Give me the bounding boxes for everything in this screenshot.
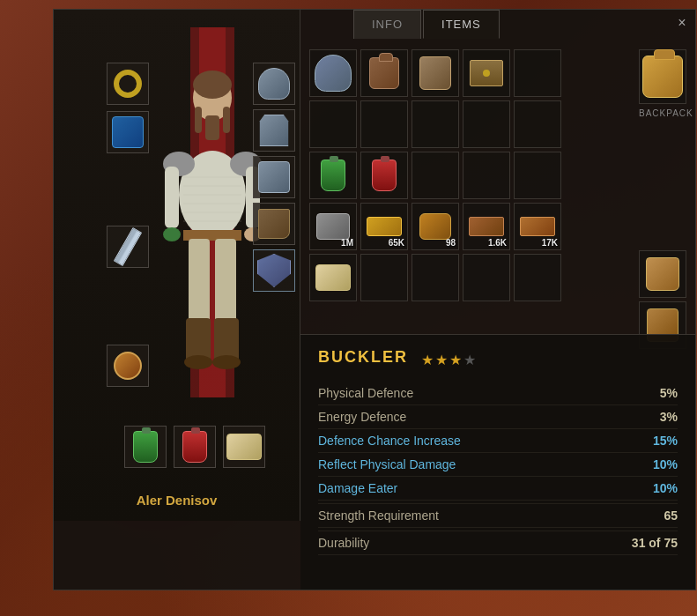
stat-physical-defence: Physical Defence 5% (318, 382, 678, 405)
slot-helmet[interactable] (253, 63, 295, 105)
char-right-equipment (253, 63, 295, 296)
boots-icon (258, 209, 290, 239)
inv-cell-2-2[interactable] (412, 152, 459, 199)
inv-cell-1-3[interactable] (463, 100, 510, 148)
inventory-grid: 1M 65K 98 1.6K 17K (309, 49, 561, 301)
svg-rect-10 (165, 167, 179, 228)
planks2-count: 17K (542, 238, 558, 248)
stat-defence-chance-value: 15% (653, 434, 678, 448)
sword-icon (114, 227, 142, 266)
svg-rect-6 (205, 115, 219, 140)
inv-cell-4-2[interactable] (412, 254, 459, 301)
ore-inv-icon (419, 213, 451, 240)
stat-energy-defence-label: Energy Defence (318, 410, 406, 424)
inv-cell-0-2[interactable] (412, 49, 459, 97)
amulet-icon (114, 352, 142, 380)
slot-consumable-2[interactable] (174, 426, 216, 468)
inv-cell-1-1[interactable] (360, 100, 408, 148)
tab-info[interactable]: INFO (353, 10, 421, 39)
planks2-inv-icon (520, 217, 555, 236)
slot-chest[interactable] (253, 109, 295, 152)
planks-count: 1.6K (488, 238, 507, 248)
inv-cell-2-1[interactable] (360, 152, 408, 199)
inv-cell-3-4[interactable]: 17K (514, 203, 561, 250)
bottom-slots (124, 426, 265, 468)
inv-cell-4-0[interactable] (309, 254, 357, 301)
inv-cell-0-3[interactable] (463, 49, 510, 97)
stat-durability-label: Durability (318, 536, 369, 550)
chest-armor-icon (258, 115, 290, 146)
inv-cell-3-3[interactable]: 1.6K (463, 203, 510, 250)
item-info-panel: BUCKLER ★ ★ ★ ★ Physical Defence 5% Ener… (300, 334, 695, 590)
slot-boots[interactable] (253, 203, 295, 245)
stat-strength-req: Strength Requirement 65 (318, 503, 678, 528)
slot-consumable-3[interactable] (223, 426, 265, 468)
stat-damage-eater-label: Damage Eater (318, 481, 397, 495)
inv-cell-4-3[interactable] (463, 254, 510, 301)
shield-icon (257, 254, 291, 287)
inv-cell-2-0[interactable] (309, 152, 357, 199)
inv-cell-0-1[interactable] (360, 49, 408, 97)
character-section: Aler Denisov (54, 10, 300, 521)
slot-shield[interactable] (253, 249, 295, 292)
slot-arms[interactable] (253, 156, 295, 198)
inv-cell-4-4[interactable] (514, 254, 561, 301)
svg-point-4 (193, 71, 232, 99)
potion-red-inv-icon (372, 160, 397, 191)
close-button[interactable]: × (673, 14, 691, 32)
svg-rect-5 (195, 107, 202, 133)
tab-items[interactable]: ITEMS (423, 10, 500, 39)
character-name: Aler Denisov (54, 493, 300, 508)
glove-icon (112, 116, 144, 148)
chest-item-icon (470, 60, 503, 86)
star-4: ★ (463, 352, 476, 368)
svg-rect-7 (223, 107, 230, 133)
slot-consumable-1[interactable] (124, 426, 167, 468)
inv-cell-0-4[interactable] (514, 49, 561, 97)
bag2-item-icon (419, 56, 451, 90)
stat-energy-defence: Energy Defence 3% (318, 405, 678, 429)
stat-energy-defence-value: 3% (660, 410, 678, 424)
arms-icon (258, 161, 290, 193)
backpack-slot[interactable] (639, 49, 686, 104)
stat-defence-chance: Defence Chance Increase 15% (318, 429, 678, 453)
main-panel: Aler Denisov INFO ITEMS × (53, 9, 696, 590)
potion-green-icon (133, 431, 158, 463)
inv-cell-0-0[interactable] (309, 49, 357, 97)
stat-reflect-damage: Reflect Physical Damage 10% (318, 453, 678, 477)
inv-cell-1-4[interactable] (514, 100, 561, 148)
potion-green-inv-icon (321, 160, 345, 191)
inv-cell-1-0[interactable] (309, 100, 357, 148)
inv-cell-1-2[interactable] (412, 100, 459, 148)
svg-point-12 (163, 227, 181, 241)
star-3: ★ (449, 352, 462, 368)
ore-count: 98 (446, 238, 456, 248)
inv-cell-2-4[interactable] (514, 152, 561, 199)
svg-rect-16 (215, 239, 236, 327)
stat-damage-eater-value: 10% (653, 481, 678, 495)
stat-physical-defence-value: 5% (660, 386, 678, 400)
stat-physical-defence-label: Physical Defence (318, 386, 413, 400)
backpack-icon (642, 56, 683, 98)
stat-reflect-damage-value: 10% (653, 457, 678, 471)
stat-durability: Durability 31 of 75 (318, 531, 678, 555)
inv-cell-3-1[interactable]: 65K (360, 203, 408, 250)
ring-icon (114, 70, 142, 98)
inv-cell-3-2[interactable]: 98 (412, 203, 459, 250)
item-name: BUCKLER (318, 348, 408, 367)
svg-rect-15 (189, 239, 210, 327)
svg-point-20 (212, 355, 241, 369)
backpack-section: BACKPACK (639, 49, 686, 349)
extra-bag-slot-1[interactable] (639, 250, 686, 298)
star-2: ★ (435, 352, 448, 368)
inv-cell-2-3[interactable] (463, 152, 510, 199)
small-bag-icon (646, 257, 679, 291)
item-title-row: BUCKLER ★ ★ ★ ★ (318, 348, 678, 371)
stat-defence-chance-label: Defence Chance Increase (318, 434, 461, 448)
helmet-icon (258, 68, 290, 100)
inv-cell-4-1[interactable] (360, 254, 408, 301)
inv-cell-3-0[interactable]: 1M (309, 203, 357, 250)
silver-count: 1M (341, 238, 353, 248)
svg-point-19 (184, 355, 212, 369)
planks-inv-icon (469, 217, 504, 236)
